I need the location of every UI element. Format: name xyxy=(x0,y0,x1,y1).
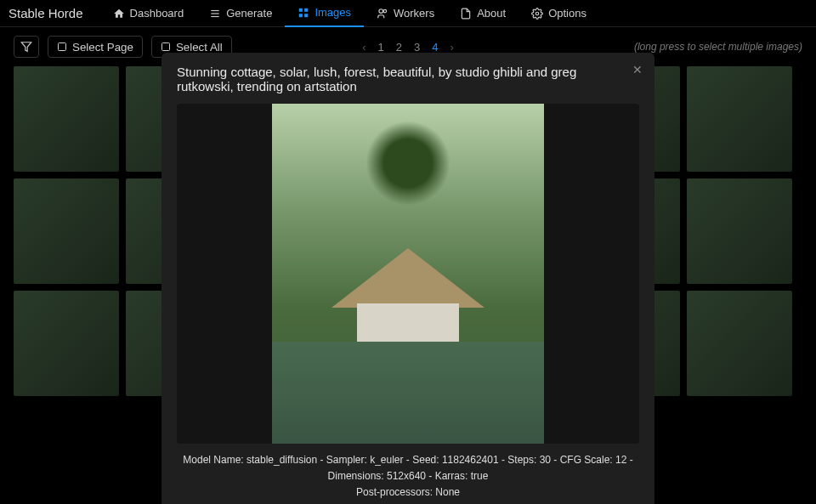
generated-image[interactable] xyxy=(272,104,544,444)
image-prompt-title: Stunning cottage, solar, lush, forest, b… xyxy=(162,53,654,104)
close-icon[interactable]: ✕ xyxy=(632,63,643,76)
meta-params: Model Name: stable_diffusion - Sampler: … xyxy=(177,452,639,484)
image-container xyxy=(177,104,639,444)
image-detail-modal: ✕ Stunning cottage, solar, lush, forest,… xyxy=(162,53,654,504)
meta-postproc: Post-processors: None xyxy=(177,484,639,501)
image-metadata: Model Name: stable_diffusion - Sampler: … xyxy=(162,444,654,504)
modal-overlay: ✕ Stunning cottage, solar, lush, forest,… xyxy=(0,0,816,504)
meta-generator: Generated By: Pillars of creation (b10ad… xyxy=(177,501,639,504)
